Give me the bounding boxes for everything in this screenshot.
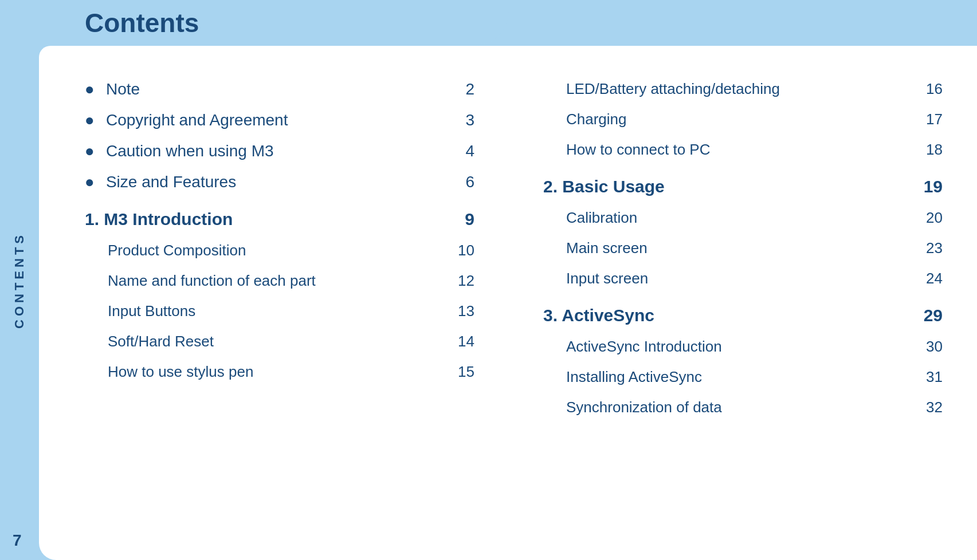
toc-label: Caution when using M3 bbox=[106, 142, 446, 160]
list-item: ● Copyright and Agreement 3 bbox=[85, 111, 474, 129]
sub-label: Synchronization of data bbox=[566, 399, 914, 416]
toc-label: Copyright and Agreement bbox=[106, 111, 446, 129]
section-label: 1. M3 Introduction bbox=[85, 210, 446, 229]
list-item: How to connect to PC 18 bbox=[543, 141, 943, 159]
sub-label: Input Buttons bbox=[108, 302, 446, 320]
toc-page: 4 bbox=[446, 142, 474, 160]
sub-page: 12 bbox=[446, 272, 474, 290]
right-column: LED/Battery attaching/detaching 16 Charg… bbox=[474, 80, 943, 537]
content-area: ● Note 2 ● Copyright and Agreement 3 ● C… bbox=[39, 46, 977, 560]
sub-page: 17 bbox=[914, 111, 943, 128]
section-label: 2. Basic Usage bbox=[543, 177, 914, 196]
sub-label: Main screen bbox=[566, 239, 914, 257]
list-item: ● Size and Features 6 bbox=[85, 173, 474, 191]
sub-page: 13 bbox=[446, 302, 474, 320]
list-item: Product Composition 10 bbox=[85, 242, 474, 259]
bullet-icon: ● bbox=[85, 142, 95, 160]
sub-label: Name and function of each part bbox=[108, 272, 446, 290]
toc-label: Note bbox=[106, 80, 446, 98]
list-item: Charging 17 bbox=[543, 111, 943, 128]
section-page: 29 bbox=[914, 306, 943, 325]
sub-page: 14 bbox=[446, 333, 474, 350]
section-label: 3. ActiveSync bbox=[543, 306, 914, 325]
sub-page: 24 bbox=[914, 270, 943, 287]
sub-label: Product Composition bbox=[108, 242, 446, 259]
section-page: 9 bbox=[446, 210, 474, 229]
sub-label: ActiveSync Introduction bbox=[566, 338, 914, 356]
list-item: LED/Battery attaching/detaching 16 bbox=[543, 80, 943, 98]
list-item: How to use stylus pen 15 bbox=[85, 363, 474, 381]
toc-page: 2 bbox=[446, 80, 474, 98]
list-item: Input screen 24 bbox=[543, 270, 943, 287]
bullet-icon: ● bbox=[85, 80, 95, 98]
bullet-icon: ● bbox=[85, 173, 95, 191]
list-item: ● Note 2 bbox=[85, 80, 474, 98]
sub-page: 20 bbox=[914, 209, 943, 227]
sub-page: 16 bbox=[914, 80, 943, 98]
toc-label: Size and Features bbox=[106, 173, 446, 191]
toc-page: 3 bbox=[446, 111, 474, 129]
sub-label: Charging bbox=[566, 111, 914, 128]
left-column: ● Note 2 ● Copyright and Agreement 3 ● C… bbox=[85, 80, 474, 537]
sub-label: Installing ActiveSync bbox=[566, 368, 914, 386]
sub-page: 32 bbox=[914, 399, 943, 416]
sidebar: CONTENTS bbox=[0, 0, 39, 560]
sub-page: 30 bbox=[914, 338, 943, 356]
list-item: Installing ActiveSync 31 bbox=[543, 368, 943, 386]
sub-page: 18 bbox=[914, 141, 943, 159]
sub-page: 31 bbox=[914, 368, 943, 386]
sub-label: How to connect to PC bbox=[566, 141, 914, 159]
page-title: Contents bbox=[85, 7, 199, 38]
list-item: Name and function of each part 12 bbox=[85, 272, 474, 290]
sub-page: 23 bbox=[914, 239, 943, 257]
list-item: Input Buttons 13 bbox=[85, 302, 474, 320]
toc-section-1: 1. M3 Introduction 9 bbox=[85, 210, 474, 229]
page-number: 7 bbox=[13, 531, 22, 550]
sub-page: 15 bbox=[446, 363, 474, 381]
sidebar-label: CONTENTS bbox=[12, 232, 27, 329]
sub-label: Input screen bbox=[566, 270, 914, 287]
list-item: Soft/Hard Reset 14 bbox=[85, 333, 474, 350]
sub-label: How to use stylus pen bbox=[108, 363, 446, 381]
sub-label: Soft/Hard Reset bbox=[108, 333, 446, 350]
list-item: ActiveSync Introduction 30 bbox=[543, 338, 943, 356]
section-page: 19 bbox=[914, 177, 943, 196]
list-item: ● Caution when using M3 4 bbox=[85, 142, 474, 160]
bullet-icon: ● bbox=[85, 111, 95, 129]
header-tab: Contents bbox=[39, 0, 509, 46]
list-item: Synchronization of data 32 bbox=[543, 399, 943, 416]
sub-label: LED/Battery attaching/detaching bbox=[566, 80, 914, 98]
list-item: Calibration 20 bbox=[543, 209, 943, 227]
list-item: Main screen 23 bbox=[543, 239, 943, 257]
toc-section-2: 2. Basic Usage 19 bbox=[543, 177, 943, 196]
sub-page: 10 bbox=[446, 242, 474, 259]
sub-label: Calibration bbox=[566, 209, 914, 227]
toc-page: 6 bbox=[446, 173, 474, 191]
toc-section-3: 3. ActiveSync 29 bbox=[543, 306, 943, 325]
